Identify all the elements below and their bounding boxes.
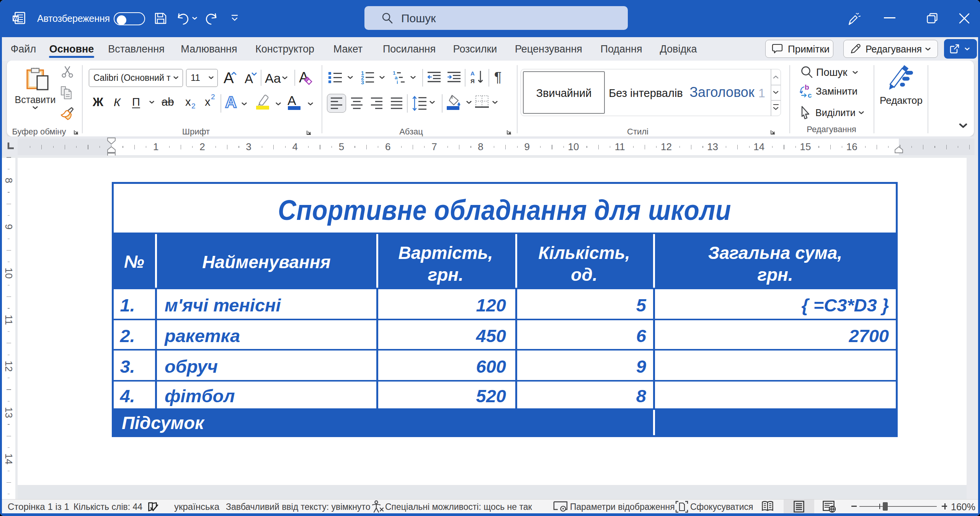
svg-text:W: W	[13, 16, 18, 21]
svg-text:c: c	[808, 91, 812, 99]
svg-text:i: i	[397, 79, 398, 85]
svg-text:3: 3	[361, 79, 364, 85]
svg-text:Я: Я	[470, 78, 475, 84]
svg-text:А: А	[470, 70, 475, 77]
svg-text:b: b	[805, 84, 809, 91]
